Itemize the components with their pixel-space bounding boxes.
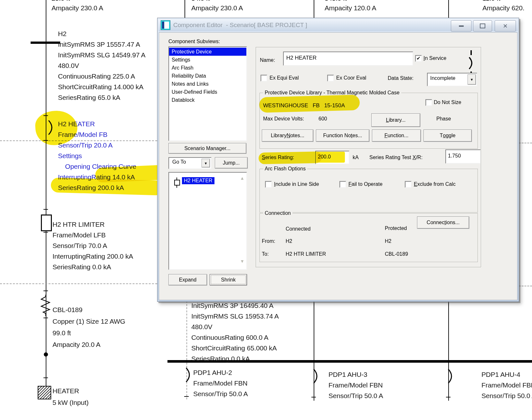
attribute-line: InitSymRMS SLG 14549.97 A xyxy=(58,50,146,60)
close-button[interactable]: ✕ xyxy=(495,20,516,32)
line-tick xyxy=(43,140,48,141)
attribute-line: Sensor/Trip 50.0 A xyxy=(193,388,248,399)
label-block-col2-top: 34.0 ft Ampacity 230.0 A xyxy=(191,0,243,13)
goto-dropdown-button[interactable]: ▼ xyxy=(202,159,210,167)
do-not-size-checkbox[interactable] xyxy=(425,99,432,106)
subview-item-protective-device[interactable]: Protective Device xyxy=(169,48,246,56)
minimize-button[interactable] xyxy=(451,20,471,32)
feeder-line-col1 xyxy=(46,0,46,386)
ampacity-label: Ampacity 120.0 A xyxy=(325,3,376,13)
library-button[interactable]: Library... xyxy=(371,113,420,127)
library-notes-button[interactable]: Library Notes... xyxy=(262,129,313,142)
device-name[interactable]: H2 HEATER xyxy=(58,119,136,129)
ex-equi-eval-checkbox[interactable] xyxy=(261,75,267,81)
component-tree-listbox: H2 HEATER ▲ ▼ xyxy=(168,172,247,270)
device-name[interactable]: PDP1 AHU-4 xyxy=(481,369,532,380)
subview-item-settings[interactable]: Settings xyxy=(169,56,246,64)
label-block-ahu2: PDP1 AHU-2 Frame/Model FBN Sensor/Trip 5… xyxy=(193,367,248,399)
component-subviews-label: Component Subviews: xyxy=(168,39,220,44)
attribute-line: ContinuousRating 225.0 A xyxy=(58,71,146,81)
data-state-combobox[interactable]: Incomplete ▼ xyxy=(427,73,477,86)
device-name[interactable]: PDP1 AHU-3 xyxy=(328,369,383,380)
max-device-volts-label: Max Device Volts: xyxy=(263,116,304,122)
label-block-col1-top: 25.0 ft Ampacity 230.0 A xyxy=(52,0,103,13)
subview-item-notes-and-links[interactable]: Notes and Links xyxy=(169,80,246,88)
attribute-line: SeriesRating 0.0 kA xyxy=(191,353,279,364)
expand-button[interactable]: Expand xyxy=(168,274,207,285)
breaker-symbol-h2-heater[interactable] xyxy=(47,120,56,135)
line-tick xyxy=(43,377,48,378)
attribute-line: 480.0V xyxy=(191,321,279,332)
attribute-line: InitSymRMS 3P 15557.47 A xyxy=(58,39,146,50)
fail-to-operate-label: Fail to Operate xyxy=(348,181,383,187)
max-device-volts-value: 600 xyxy=(318,116,327,122)
attribute-line: Frame/Model FBN xyxy=(481,380,532,390)
exclude-from-calc-checkbox[interactable] xyxy=(405,181,412,188)
data-state-dropdown-button[interactable]: ▼ xyxy=(468,74,476,85)
label-block-heater: HEATER 5 kW (Input) xyxy=(52,385,89,408)
breaker-symbol-ahu2[interactable] xyxy=(185,367,193,383)
attribute-line: Frame/Model FBN xyxy=(193,378,248,388)
function-button[interactable]: Function... xyxy=(372,129,421,142)
breaker-symbol-ahu4[interactable] xyxy=(447,368,455,384)
scroll-up-icon[interactable]: ▲ xyxy=(240,176,244,180)
attribute-line: Frame/Model LFB xyxy=(52,230,133,240)
connection-node-dot xyxy=(44,352,48,357)
ex-equi-eval-label: Ex Equi Eval xyxy=(270,75,299,81)
tree-item-h2-heater[interactable]: H2 HEATER xyxy=(182,177,214,184)
goto-combobox[interactable]: Go To ▼ xyxy=(168,157,212,169)
attribute-line: InterruptingRating 200.0 kA xyxy=(52,251,133,262)
fail-to-operate-checkbox[interactable] xyxy=(339,181,346,188)
series-rating-test-xr-label: Series Rating Test X/R: xyxy=(369,155,423,160)
to-protected-value: CBL-0189 xyxy=(385,251,408,257)
feeder-line-col3-mid xyxy=(314,301,314,360)
attribute-line: SeriesRating 200.0 kA xyxy=(58,182,136,193)
app-icon xyxy=(161,21,170,30)
scroll-down-icon[interactable]: ▼ xyxy=(240,259,244,263)
label-block-ahu4: PDP1 AHU-4 Frame/Model FBN Sensor/Trip 5… xyxy=(481,369,532,401)
include-in-line-side-checkbox[interactable] xyxy=(265,181,272,188)
function-notes-button[interactable]: Function Notes... xyxy=(316,129,369,142)
library-device-text: WESTINGHOUSE FB 15-150A xyxy=(263,102,345,109)
shrink-button[interactable]: Shrink xyxy=(210,274,247,285)
series-rating-test-xr-input[interactable]: 1.750 xyxy=(445,149,481,164)
device-name[interactable]: CBL-0189 xyxy=(52,304,125,316)
name-input[interactable]: H2 HEATER xyxy=(283,52,413,66)
toggle-button[interactable]: Toggle xyxy=(423,129,472,142)
connections-button[interactable]: Connections... xyxy=(417,216,469,229)
name-label: Name: xyxy=(260,57,275,63)
ex-coor-eval-checkbox[interactable] xyxy=(327,75,334,81)
device-name[interactable]: H2 HTR LIMITER xyxy=(52,219,133,230)
scenario-manager-button[interactable]: Scenario Manager... xyxy=(168,143,246,154)
device-name[interactable]: PDP1 AHU-2 xyxy=(193,367,248,378)
check-mark: ✔ xyxy=(416,55,421,61)
cable-symbol-cbl-0189[interactable] xyxy=(39,295,52,316)
feeder-line-col4-top xyxy=(448,0,449,18)
subview-item-datablock[interactable]: Datablock xyxy=(169,96,246,104)
subview-item-reliability-data[interactable]: Reliability Data xyxy=(169,72,246,80)
jump-button[interactable]: Jump... xyxy=(215,157,248,168)
exclude-from-calc-label: Exclude from Calc xyxy=(414,181,456,187)
bus-h2-bar[interactable] xyxy=(31,42,60,44)
arc-flash-options-title: Arc Flash Options xyxy=(263,166,307,172)
subview-item-arc-flash[interactable]: Arc Flash xyxy=(169,64,246,72)
fuse-symbol-h2-htr-limiter[interactable] xyxy=(41,215,52,231)
line-tick xyxy=(43,232,48,233)
device-name[interactable]: H2 xyxy=(58,28,146,39)
breaker-symbol-ahu3[interactable] xyxy=(312,368,321,384)
component-subviews-listbox: Protective Device Settings Arc Flash Rel… xyxy=(168,46,247,141)
series-rating-input[interactable]: 200.0 xyxy=(315,151,349,164)
attribute-line: 480.0V xyxy=(58,60,146,71)
subview-item-user-defined-fields[interactable]: User-Defined Fields xyxy=(169,88,246,96)
connected-header: Connected xyxy=(286,226,310,232)
heater-load-symbol[interactable] xyxy=(38,386,51,399)
label-block-ahu3: PDP1 AHU-3 Frame/Model FBN Sensor/Trip 5… xyxy=(328,369,383,401)
chevron-down-icon: ▼ xyxy=(204,161,208,165)
maximize-button[interactable] xyxy=(473,20,492,32)
in-service-checkbox[interactable]: ✔ xyxy=(415,55,422,62)
ampacity-label: Ampacity 620. xyxy=(482,3,524,13)
do-not-size-label: Do Not Size xyxy=(434,100,461,105)
data-state-value: Incomplete xyxy=(430,75,455,81)
device-name[interactable]: HEATER xyxy=(52,385,89,397)
maximize-icon xyxy=(480,24,485,28)
